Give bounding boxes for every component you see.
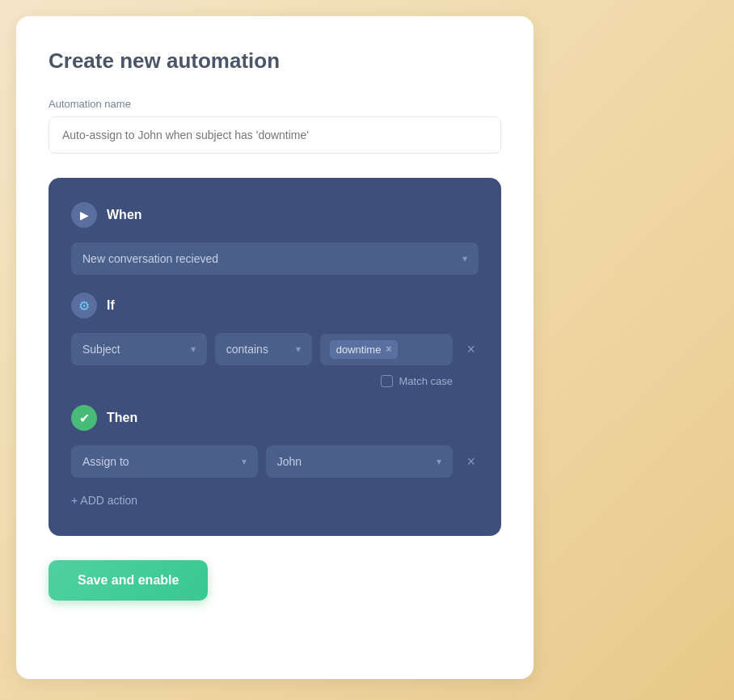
if-field-caret-icon: ▾ (191, 344, 196, 355)
then-action-caret-icon: ▾ (242, 456, 247, 467)
save-label: Save and enable (78, 573, 179, 587)
if-section-header: ⚙ If (71, 293, 479, 318)
if-op-dropdown[interactable]: contains ▾ (215, 333, 312, 365)
if-field-dropdown[interactable]: Subject ▾ (71, 333, 207, 365)
then-remove-button[interactable]: × (464, 450, 479, 474)
if-condition-row: Subject ▾ contains ▾ downtime × × (71, 333, 479, 365)
if-field-value: Subject (82, 343, 120, 356)
automation-panel: ▶ When New conversation recieved ▾ ⚙ If … (49, 178, 501, 536)
when-icon-circle: ▶ (71, 202, 97, 228)
if-tag-input[interactable]: downtime × (320, 334, 453, 365)
if-op-caret-icon: ▾ (296, 344, 301, 355)
if-tag-close-icon[interactable]: × (386, 344, 391, 355)
when-section-title: When (107, 208, 142, 222)
if-remove-button[interactable]: × (464, 338, 479, 361)
if-icon: ⚙ (78, 298, 90, 314)
add-action-label: + ADD action (71, 494, 137, 507)
then-target-caret-icon: ▾ (437, 456, 441, 467)
then-target-value: John (277, 455, 302, 468)
if-tag: downtime × (330, 340, 399, 359)
save-enable-button[interactable]: Save and enable (49, 560, 208, 601)
if-section-title: If (107, 298, 115, 313)
if-tag-value: downtime (336, 344, 382, 356)
then-icon: ✔ (79, 411, 90, 426)
then-target-dropdown[interactable]: John ▾ (266, 445, 453, 478)
when-icon: ▶ (80, 209, 89, 221)
when-trigger-row: New conversation recieved ▾ (71, 242, 479, 275)
then-action-row: Assign to ▾ John ▾ × (71, 445, 479, 478)
match-case-label: Match case (399, 375, 453, 387)
when-trigger-value: New conversation recieved (82, 252, 218, 265)
when-section-header: ▶ When (71, 202, 479, 228)
then-action-value: Assign to (82, 455, 129, 468)
then-section-header: ✔ Then (71, 405, 479, 431)
then-icon-circle: ✔ (71, 405, 97, 431)
then-action-dropdown[interactable]: Assign to ▾ (71, 445, 258, 478)
match-case-row: Match case (71, 375, 479, 387)
if-icon-circle: ⚙ (71, 293, 97, 318)
add-action-button[interactable]: + ADD action (71, 487, 137, 513)
when-trigger-dropdown[interactable]: New conversation recieved ▾ (71, 242, 479, 275)
automation-name-label: Automation name (49, 98, 501, 110)
match-case-checkbox[interactable] (381, 375, 393, 387)
when-caret-icon: ▾ (462, 253, 467, 264)
page-title: Create new automation (49, 48, 501, 74)
automation-name-input[interactable] (49, 116, 501, 154)
then-section-title: Then (107, 411, 137, 425)
page-card: Create new automation Automation name ▶ … (16, 16, 534, 679)
if-op-value: contains (226, 343, 268, 356)
